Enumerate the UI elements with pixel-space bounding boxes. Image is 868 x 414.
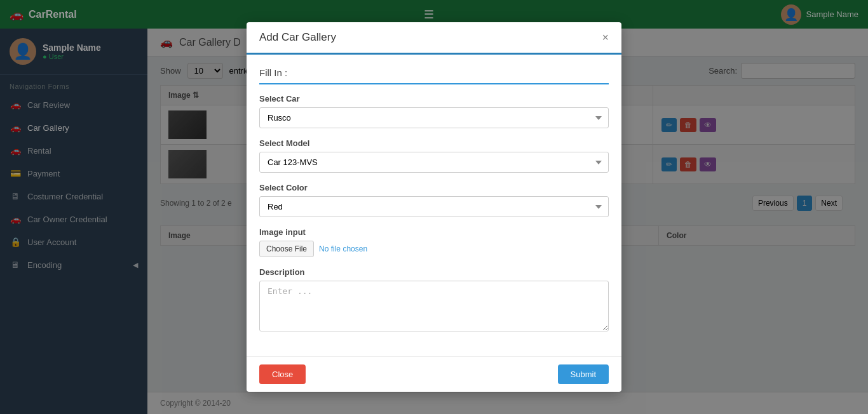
file-input-wrapper: Choose File No file chosen <box>259 241 609 257</box>
description-label: Description <box>259 267 609 277</box>
modal-title: Add Car Gallery <box>259 31 336 44</box>
choose-file-button[interactable]: Choose File <box>259 241 314 257</box>
select-color-dropdown[interactable]: Red Green Blue <box>259 196 609 217</box>
select-model-group: Select Model Car 123-MVS <box>259 138 609 173</box>
modal-overlay: Add Car Gallery × Fill In : Select Car R… <box>0 0 868 414</box>
image-input-group: Image input Choose File No file chosen <box>259 227 609 257</box>
modal: Add Car Gallery × Fill In : Select Car R… <box>247 22 621 392</box>
modal-header: Add Car Gallery × <box>247 22 621 55</box>
image-input-label: Image input <box>259 227 609 237</box>
close-modal-button[interactable]: Close <box>259 364 306 384</box>
select-model-label: Select Model <box>259 138 609 148</box>
select-model-dropdown[interactable]: Car 123-MVS <box>259 152 609 173</box>
description-textarea[interactable] <box>259 281 609 331</box>
submit-modal-button[interactable]: Submit <box>558 364 609 384</box>
modal-footer: Close Submit <box>247 356 621 392</box>
select-car-group: Select Car Rusco <box>259 94 609 128</box>
select-car-dropdown[interactable]: Rusco <box>259 107 609 128</box>
select-color-group: Select Color Red Green Blue <box>259 183 609 217</box>
no-file-label: No file chosen <box>319 244 367 253</box>
select-car-label: Select Car <box>259 94 609 104</box>
description-group: Description <box>259 267 609 333</box>
modal-close-button[interactable]: × <box>602 32 609 43</box>
modal-body: Fill In : Select Car Rusco Select Model … <box>247 55 621 356</box>
fill-in-label: Fill In : <box>259 67 609 84</box>
select-color-label: Select Color <box>259 183 609 192</box>
